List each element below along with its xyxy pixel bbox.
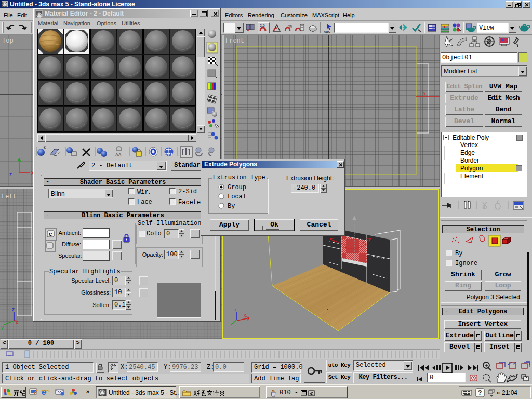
svg-text:x: x (244, 313, 246, 318)
svg-text:x: x (423, 91, 426, 96)
svg-text:z: z (234, 307, 237, 312)
svg-text:%: % (288, 24, 292, 29)
svg-text:z: z (12, 307, 15, 312)
svg-text:ABC: ABC (324, 30, 331, 33)
svg-text:x: x (16, 320, 18, 325)
svg-text:y: y (1, 325, 4, 330)
svg-text:AA: AA (115, 152, 122, 157)
svg-text:e: e (42, 387, 46, 397)
svg-text:C: C (49, 232, 52, 237)
svg-text:?: ? (478, 389, 482, 396)
svg-text:z: z (9, 171, 12, 177)
